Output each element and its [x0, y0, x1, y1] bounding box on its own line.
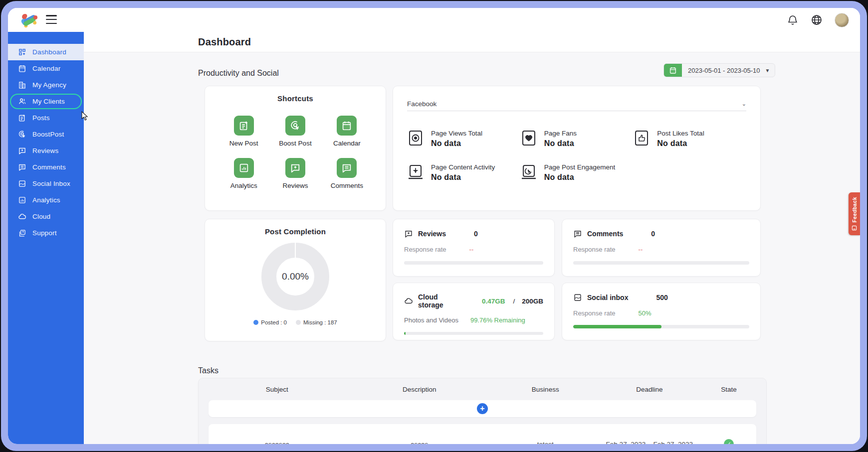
- sidebar-item-social-inbox[interactable]: Social Inbox: [8, 175, 84, 192]
- date-range-value: 2023-05-01 - 2023-05-10: [682, 64, 765, 77]
- cloud-icon: [18, 212, 26, 221]
- shortcut-comments[interactable]: Comments: [321, 158, 373, 189]
- sidebar-item-label: Support: [32, 229, 57, 237]
- task-business: tetest: [493, 441, 598, 445]
- calendar-icon: [669, 66, 677, 74]
- sidebar-item-dashboard[interactable]: Dashboard: [8, 44, 84, 60]
- response-rate-label: Response rate: [404, 246, 446, 253]
- social-inbox-label: Social inbox: [587, 294, 628, 301]
- main-content: Dashboard Productivity and Social 2023-0…: [84, 32, 860, 444]
- chevron-down-icon: ▼: [765, 64, 775, 77]
- sidebar-item-analytics[interactable]: Analytics: [8, 192, 84, 208]
- add-task-row[interactable]: +: [209, 400, 756, 417]
- stat-post-likes: Post Likes Total No data: [633, 129, 746, 148]
- feedback-tab[interactable]: Feedback: [849, 192, 860, 235]
- shortcuts-title: Shortcuts: [205, 86, 386, 103]
- agency-icon: [18, 81, 26, 89]
- bell-icon[interactable]: [787, 14, 799, 26]
- boostpost-icon: [18, 130, 26, 139]
- post-completion-percent: 0.00%: [276, 258, 314, 296]
- sidebar-item-label: Dashboard: [32, 48, 66, 56]
- shortcut-label: Boost Post: [279, 140, 311, 147]
- legend-posted: Posted : 0: [261, 319, 287, 325]
- calendar-button[interactable]: [664, 64, 682, 77]
- cloud-remaining-value: 99.76% Remaining: [470, 316, 525, 324]
- facebook-stats-card: Facebook ⌄ Page Views Total No data Page…: [393, 86, 761, 211]
- network-select[interactable]: Facebook ⌄: [407, 97, 746, 111]
- comments-count: 0: [651, 230, 655, 238]
- analytics-icon: [234, 158, 254, 178]
- stat-value: No data: [657, 139, 704, 148]
- cloud-subtitle: Photos and Videos: [404, 316, 458, 324]
- shortcut-new-post[interactable]: New Post: [218, 116, 269, 147]
- cloud-progress-bar: [404, 332, 543, 335]
- legend-dot-posted: [253, 320, 258, 325]
- sidebar-item-my-clients[interactable]: My Clients: [8, 93, 84, 110]
- task-deadline: Feb 27, 2023 ~ Feb 27, 2023: [598, 441, 702, 445]
- shortcuts-card: Shortcuts New Post Boost Post Calendar A…: [205, 86, 386, 211]
- column-header-subject: Subject: [209, 386, 346, 393]
- sidebar-item-label: Analytics: [32, 196, 60, 204]
- post-engagement-icon: [520, 163, 537, 181]
- stat-post-engagement: Page Post Engagement No data: [520, 163, 634, 182]
- response-rate-value: --: [639, 246, 643, 253]
- support-icon: [18, 229, 26, 237]
- sidebar-item-label: Posts: [32, 114, 50, 122]
- comments-icon: [573, 229, 582, 238]
- sidebar-item-posts[interactable]: Posts: [8, 110, 84, 126]
- reviews-count: 0: [474, 230, 478, 238]
- social-inbox-icon: [573, 293, 582, 302]
- legend-missing: Missing : 187: [303, 319, 337, 325]
- response-rate-value: 50%: [639, 309, 651, 317]
- sidebar-item-label: Reviews: [32, 147, 58, 154]
- sidebar-item-boostpost[interactable]: BoostPost: [8, 126, 84, 143]
- sidebar-item-cloud[interactable]: Cloud: [8, 208, 84, 225]
- stat-label: Page Post Engagement: [544, 163, 616, 171]
- sidebar-item-comments[interactable]: Comments: [8, 159, 84, 175]
- reviews-card: Reviews 0 Response rate --: [393, 219, 555, 277]
- app-window: Dashboard Calendar My Agency My Clients …: [8, 8, 860, 444]
- social-inbox-count: 500: [656, 294, 667, 301]
- sidebar-item-calendar[interactable]: Calendar: [8, 60, 84, 77]
- sidebar-item-support[interactable]: Support: [8, 225, 84, 241]
- posts-icon: [18, 114, 26, 122]
- column-header-deadline: Deadline: [598, 386, 702, 393]
- column-header-state: State: [701, 386, 756, 393]
- shortcut-analytics[interactable]: Analytics: [218, 158, 269, 189]
- reviews-icon: [18, 147, 26, 155]
- task-subject: ascasca: [209, 441, 346, 445]
- page-fans-icon: [520, 129, 537, 147]
- shortcut-reviews[interactable]: Reviews: [269, 158, 321, 189]
- user-avatar[interactable]: [835, 13, 849, 27]
- sidebar: Dashboard Calendar My Agency My Clients …: [8, 32, 84, 444]
- chevron-down-icon: ⌄: [742, 101, 746, 107]
- reviews-progress-bar: [404, 261, 543, 265]
- sidebar-item-label: My Agency: [32, 81, 66, 89]
- task-state-done-icon: ✓: [724, 439, 734, 444]
- add-task-button[interactable]: +: [477, 403, 488, 414]
- reviews-label: Reviews: [418, 230, 446, 238]
- network-select-value: Facebook: [407, 100, 436, 108]
- sidebar-item-reviews[interactable]: Reviews: [8, 143, 84, 159]
- comments-label: Comments: [587, 230, 623, 238]
- date-range-picker[interactable]: 2023-05-01 - 2023-05-10 ▼: [663, 63, 775, 77]
- cloud-separator: /: [513, 298, 515, 305]
- shortcut-label: Calendar: [333, 140, 361, 147]
- response-rate-label: Response rate: [573, 246, 616, 253]
- hamburger-menu-icon[interactable]: [46, 15, 57, 24]
- comments-card: Comments 0 Response rate --: [562, 219, 761, 277]
- table-row[interactable]: ascasca ascas tetest Feb 27, 2023 ~ Feb …: [209, 424, 756, 444]
- post-likes-icon: [633, 129, 650, 147]
- post-completion-title: Post Completion: [205, 219, 386, 236]
- sidebar-item-my-agency[interactable]: My Agency: [8, 77, 84, 93]
- post-completion-donut-chart: 0.00%: [261, 243, 329, 310]
- shortcut-label: Analytics: [230, 182, 257, 189]
- comments-progress-bar: [573, 261, 749, 265]
- calendar-icon: [337, 116, 357, 136]
- shortcut-calendar[interactable]: Calendar: [321, 116, 373, 147]
- globe-icon[interactable]: [811, 14, 823, 26]
- legend-dot-missing: [296, 320, 301, 325]
- shortcut-boost-post[interactable]: Boost Post: [269, 116, 321, 147]
- stat-label: Page Fans: [544, 129, 577, 137]
- stat-value: No data: [544, 173, 616, 182]
